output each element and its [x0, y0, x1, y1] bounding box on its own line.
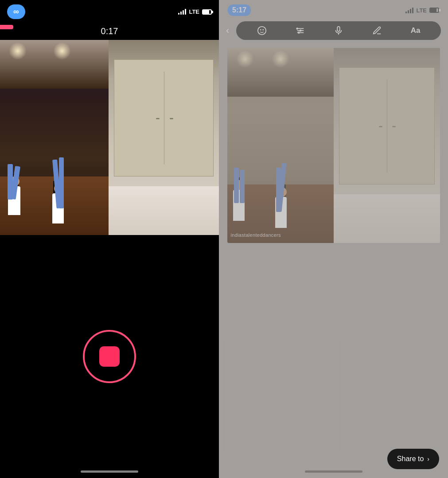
share-chevron-icon: › [427, 455, 429, 462]
r-floor-right [334, 194, 440, 243]
left-panel: ∞ LTE 0:17 [0, 0, 219, 478]
light-spot-1 [9, 42, 27, 60]
wardrobe-handle-left [156, 118, 160, 119]
microphone-icon[interactable] [334, 26, 343, 35]
back-button[interactable]: ‹ [226, 25, 229, 36]
right-panel: 5:17 LTE ‹ [219, 0, 448, 478]
right-status-icons: LTE [405, 7, 439, 14]
r-bar-1 [405, 12, 407, 13]
share-to-button[interactable]: Share to › [387, 449, 439, 469]
right-battery-fill [430, 8, 436, 12]
r-light-2 [272, 50, 289, 68]
room-scene [109, 40, 219, 235]
right-editor-preview: indiastalenteddancers [219, 43, 448, 442]
r-ceiling [227, 48, 334, 97]
wardrobe [114, 59, 213, 176]
right-bottom-bar: Share to › [219, 442, 448, 478]
right-battery-icon [429, 8, 439, 13]
right-toolbar-row: ‹ [219, 18, 448, 43]
link-icon: ∞ [13, 7, 19, 16]
editor-toolbar: Aa [236, 21, 441, 40]
left-status-bar: ∞ LTE [0, 0, 219, 21]
r-wardrobe-line [387, 79, 387, 172]
right-video-preview [109, 40, 219, 235]
home-indicator-left [81, 470, 138, 473]
lte-label: LTE [189, 8, 199, 15]
link-button[interactable]: ∞ [7, 4, 25, 19]
sticker-icon[interactable] [257, 26, 267, 35]
recording-controls [0, 244, 219, 478]
home-indicator-right [305, 470, 362, 473]
right-clock: 5:17 [228, 4, 251, 16]
battery-fill [203, 10, 209, 14]
right-video-split: indiastalenteddancers [227, 48, 440, 252]
right-status-bar: 5:17 LTE [219, 0, 448, 18]
left-video-preview [0, 40, 109, 235]
svg-point-0 [258, 27, 266, 35]
r-light-1 [236, 50, 254, 68]
ceiling-bg [0, 40, 109, 89]
light-spot-2 [53, 42, 71, 60]
r-bar-3 [410, 9, 411, 13]
svg-point-2 [262, 29, 264, 31]
wardrobe-handle-right [170, 118, 173, 119]
battery-icon [202, 9, 212, 15]
right-room-video [334, 48, 440, 243]
right-signal-bars-icon [405, 8, 413, 13]
share-to-label: Share to [397, 455, 424, 463]
signal-bar-1 [178, 13, 179, 15]
right-dancer-video: indiastalenteddancers [227, 48, 334, 243]
recording-timer: 0:17 [0, 21, 219, 40]
stop-icon [99, 346, 120, 367]
leg-r-2 [59, 157, 64, 208]
r-bar-2 [408, 10, 409, 13]
pink-accent [0, 25, 13, 29]
left-signal-area: LTE [178, 8, 212, 15]
svg-rect-11 [338, 27, 340, 31]
wardrobe-center-line [164, 71, 164, 165]
r-handle-r [392, 126, 396, 127]
signal-bar-3 [183, 10, 184, 15]
video-grid [0, 40, 219, 244]
r-leg-l-1 [234, 168, 239, 203]
signal-bars-icon [178, 9, 186, 15]
signal-bar-2 [180, 12, 182, 15]
r-wardrobe [339, 67, 435, 184]
video-watermark: indiastalenteddancers [231, 232, 281, 238]
text-icon[interactable]: Aa [411, 26, 421, 35]
signal-bar-4 [185, 9, 186, 15]
filter-icon[interactable] [296, 26, 305, 35]
r-room-scene [334, 48, 440, 243]
right-lte-label: LTE [416, 7, 427, 14]
stop-record-button[interactable] [83, 330, 136, 383]
r-handle-l [379, 126, 382, 127]
r-bar-4 [412, 8, 413, 13]
r-leg-r-1 [240, 170, 245, 203]
svg-point-1 [260, 29, 261, 31]
room-floor [109, 186, 219, 235]
draw-icon[interactable] [372, 26, 382, 35]
